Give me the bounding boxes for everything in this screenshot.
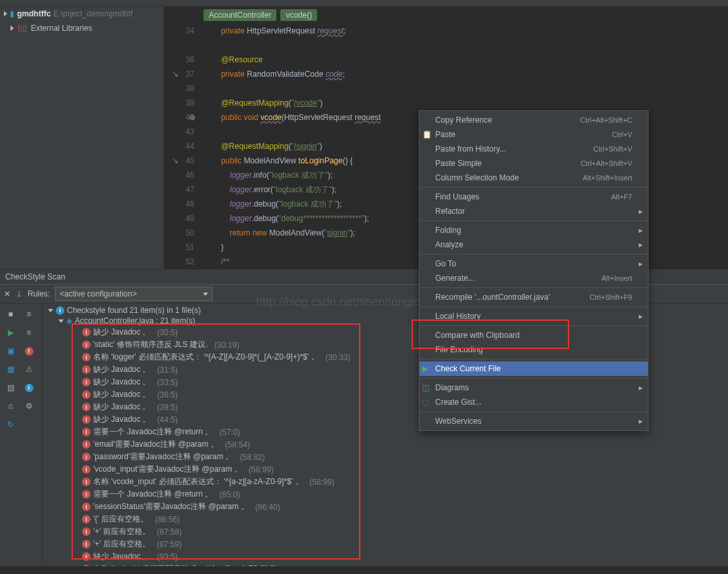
menu-item-go-to[interactable]: Go To▸ (419, 256, 648, 271)
info-filter-button[interactable]: i (20, 379, 38, 397)
menu-label: Analyze (435, 240, 463, 249)
issue-row[interactable]: !'sessionStatus'需要Javadoc注释 @param 。(86:… (43, 501, 728, 513)
issue-message: 缺少 Javadoc 。 (93, 401, 150, 413)
export-button[interactable]: ⤓ (16, 289, 22, 298)
info-icon: i (56, 306, 64, 315)
expand-icon[interactable] (4, 11, 7, 16)
chevron-down-icon (203, 293, 208, 296)
menu-label: Paste from History... (435, 144, 506, 154)
menu-item-generate-[interactable]: Generate...Alt+Insert (419, 271, 648, 285)
issue-row[interactable]: !'+' 后应有空格。(87:59) (43, 538, 728, 550)
issue-message: 'static' 修饰符顺序违反 JLS 建议. (93, 339, 208, 350)
issue-row[interactable]: !'+' 前应有空格。(87:58) (43, 525, 728, 538)
menu-item-webservices[interactable]: WebServices▸ (419, 414, 648, 428)
menu-shortcut: Alt+Shift+Insert (583, 174, 632, 182)
run-button[interactable]: ▶ (1, 323, 20, 342)
collapse-icon[interactable] (48, 309, 53, 312)
summary-text: Checkstyle found 21 item(s) in 1 file(s) (67, 306, 201, 315)
error-filter-button[interactable]: ! (20, 342, 38, 360)
menu-label: Column Selection Mode (435, 173, 519, 182)
stop-button[interactable]: ■ (1, 305, 20, 323)
project-root[interactable]: ▮ gmdhtffc E:\prject_demo\gmdhtf (0, 7, 163, 21)
expand-button[interactable]: ≡ (20, 305, 38, 323)
issue-row[interactable]: !'email'需要Javadoc注释 @param 。(58:54) (43, 438, 728, 451)
module-icon: ▮ (10, 9, 14, 18)
checkstyle-tool-column: ■ ≡ ▶ ≡ ▣ ! ▦ ⚠ ▤ i ⎌ ⚙ ↻ (0, 304, 43, 566)
error-icon: ! (82, 540, 91, 548)
menu-item-folding[interactable]: Folding▸ (419, 223, 648, 237)
menu-separator (419, 411, 648, 412)
libraries-icon: ▯▯ (18, 24, 27, 33)
error-icon: ! (82, 502, 91, 511)
issue-message: 'password'需要Javadoc注释 @param 。 (93, 451, 234, 462)
gutter-override-icon[interactable]: ↘ (172, 154, 179, 168)
error-icon: ! (82, 340, 91, 349)
gutter-fold-icon[interactable]: ⊕ (189, 110, 196, 125)
menu-separator (419, 306, 648, 307)
menu-item-column-selection-mode[interactable]: Column Selection ModeAlt+Shift+Insert (419, 171, 648, 185)
issue-location: (87:58) (157, 527, 182, 537)
menu-label: Find Usages (435, 192, 479, 201)
collapse-icon[interactable] (58, 319, 64, 323)
paste-icon: 📋 (422, 130, 431, 139)
submenu-arrow-icon: ▸ (639, 312, 643, 321)
gist-icon: ◌ (422, 398, 431, 407)
menu-item-paste[interactable]: 📋PasteCtrl+V (419, 127, 648, 142)
rules-combo[interactable]: <active configuration> (55, 287, 213, 301)
menu-item-analyze[interactable]: Analyze▸ (419, 237, 648, 252)
vcs-button[interactable]: ⎌ (1, 397, 20, 415)
menu-item-copy-reference[interactable]: Copy ReferenceCtrl+Alt+Shift+C (419, 113, 648, 127)
issue-message: '+' 前应有空格。 (93, 526, 150, 537)
error-icon: ! (82, 490, 91, 499)
close-button[interactable]: ✕ (4, 289, 11, 298)
menu-item-compare-with-clipboard[interactable]: Compare with Clipboard (419, 328, 648, 342)
menu-item-diagrams[interactable]: ◫Diagrams▸ (419, 380, 648, 395)
issue-row[interactable]: !名称 'login_h' 必须匹配表达式： '^[a-z][a-zA-Z0-9… (43, 563, 728, 566)
issue-row[interactable]: !需要一个 Javadoc注释 @return 。(85:0) (43, 488, 728, 501)
issue-location: (58:82) (240, 453, 265, 462)
settings-button[interactable]: ⚙ (20, 397, 38, 415)
menu-shortcut: Ctrl+Alt+Shift+C (580, 116, 632, 124)
project-name: gmdhtffc (17, 9, 51, 18)
menu-item-file-encoding[interactable]: File Encoding (419, 342, 648, 357)
menu-separator (419, 254, 648, 255)
menu-item-create-gist-[interactable]: ◌Create Gist... (419, 395, 648, 409)
expand-icon[interactable] (11, 26, 14, 31)
issue-location: (94:19) (293, 565, 318, 567)
submenu-arrow-icon: ▸ (639, 226, 643, 235)
collapse-button[interactable]: ≡ (20, 323, 38, 342)
menu-item-refactor[interactable]: Refactor▸ (419, 204, 648, 218)
issue-row[interactable]: !缺少 Javadoc 。(93:5) (43, 550, 728, 563)
issue-location: (44:5) (157, 415, 177, 424)
issue-location: (87:59) (157, 540, 182, 549)
menu-item-local-history[interactable]: Local History▸ (419, 309, 648, 323)
rules-label: Rules: (28, 289, 50, 298)
gutter-override-icon[interactable]: ↘ (172, 67, 179, 81)
warning-filter-button[interactable]: ⚠ (20, 360, 38, 379)
issue-row[interactable]: !名称 'vcode_input' 必须匹配表达式： '^[a-z][a-zA-… (43, 476, 728, 488)
issue-row[interactable]: !'{' 后应有空格。(86:56) (43, 513, 728, 525)
menu-item-find-usages[interactable]: Find UsagesAlt+F7 (419, 190, 648, 204)
external-libraries[interactable]: ▯▯ External Libraries (0, 21, 163, 35)
menu-label: Folding (435, 226, 461, 235)
submenu-arrow-icon: ▸ (639, 417, 643, 426)
refresh-button[interactable]: ↻ (1, 415, 20, 434)
menu-item-check-current-file[interactable]: ▶Check Current File (419, 361, 648, 376)
line-gutter[interactable]: 3436 ↘37 3839 ⊕40 4344 ↘45 4647484950515… (164, 24, 203, 269)
issue-location: (31:5) (157, 365, 177, 375)
breadcrumb-class[interactable]: AccountController (203, 9, 276, 21)
editor-breadcrumb: AccountController vcode() (164, 7, 728, 24)
module-button[interactable]: ▣ (1, 342, 20, 360)
breadcrumb-method[interactable]: vcode() (280, 9, 317, 21)
menu-item-paste-simple[interactable]: Paste SimpleCtrl+Alt+Shift+V (419, 156, 648, 171)
menu-label: Check Current File (435, 364, 501, 373)
issue-location: (36:5) (157, 390, 177, 400)
issue-row[interactable]: !'vcode_input'需要Javadoc注释 @param 。(58:99… (43, 463, 728, 476)
menu-item-paste-from-history-[interactable]: Paste from History...Ctrl+Shift+V (419, 142, 648, 156)
menu-item-recompile-ountcontroller-java-[interactable]: Recompile '...ountController.java'Ctrl+S… (419, 290, 648, 304)
project-button[interactable]: ▦ (1, 360, 20, 379)
issue-row[interactable]: !'password'需要Javadoc注释 @param 。(58:82) (43, 451, 728, 463)
submenu-arrow-icon: ▸ (639, 383, 643, 392)
menu-label: Recompile '...ountController.java' (435, 293, 550, 302)
scope-button[interactable]: ▤ (1, 379, 20, 397)
